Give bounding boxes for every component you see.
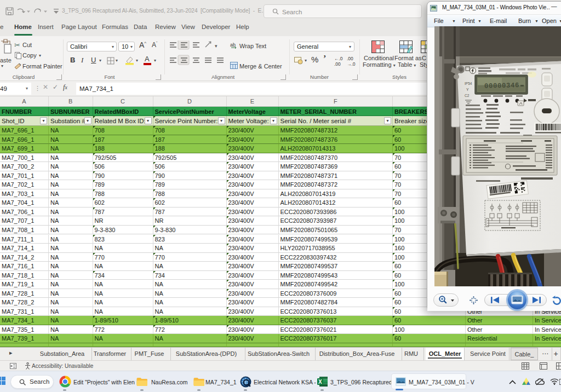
svg-text:C2: C2 xyxy=(465,94,470,97)
svg-text:IP54: IP54 xyxy=(465,82,472,85)
svg-text:00000346: 00000346 xyxy=(484,82,519,90)
svg-text:Y: Y xyxy=(466,88,469,91)
svg-text:X: X xyxy=(318,379,322,385)
